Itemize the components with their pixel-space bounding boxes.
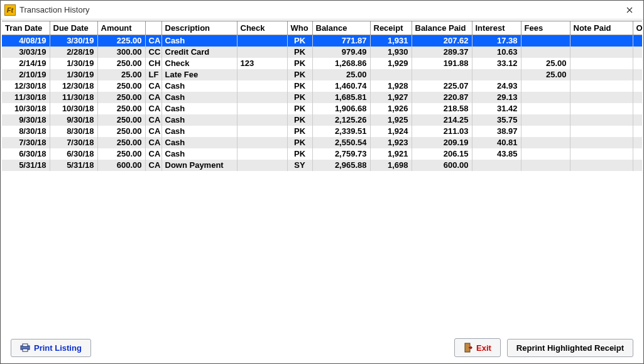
cell-bal_paid: 211.03 (412, 126, 472, 137)
cell-tran_date: 11/30/18 (2, 92, 50, 103)
cell-who: PK (287, 58, 312, 69)
col-header-type[interactable] (145, 21, 161, 35)
cell-bal_paid: 600.00 (412, 160, 472, 171)
table-row[interactable]: 6/30/186/30/18250.00CACashPK2,759.731,92… (2, 148, 642, 160)
cell-type: CC (145, 47, 161, 58)
cell-bal_paid: 207.62 (412, 35, 472, 47)
col-header-due_date[interactable]: Due Date (50, 21, 97, 35)
cell-due_date: 7/30/18 (50, 137, 97, 148)
cell-who: SY (287, 160, 312, 171)
cell-receipt (370, 69, 412, 80)
cell-interest: 31.42 (472, 103, 521, 114)
cell-balance: 2,550.54 (312, 137, 370, 148)
table-row[interactable]: 4/08/193/30/19225.00CACashPK771.871,9312… (2, 35, 642, 47)
cell-interest: 29.13 (472, 92, 521, 103)
cell-amount: 250.00 (97, 114, 145, 126)
cell-bal_paid: 209.19 (412, 137, 472, 148)
cell-type: CA (145, 137, 161, 148)
table-row[interactable]: 9/30/189/30/18250.00CACashPK2,125.261,92… (2, 114, 642, 126)
cell-fees (521, 92, 570, 103)
col-header-ot[interactable]: Ot (633, 21, 642, 35)
cell-note_paid (570, 35, 633, 47)
cell-desc: Cash (161, 126, 237, 137)
cell-ot (633, 80, 642, 92)
transaction-table[interactable]: Tran DateDue DateAmountDescriptionCheckW… (2, 21, 642, 171)
cell-note_paid (570, 69, 633, 80)
col-header-note_paid[interactable]: Note Paid (570, 21, 633, 35)
cell-interest: 40.81 (472, 137, 521, 148)
col-header-balance[interactable]: Balance (312, 21, 370, 35)
cell-type: CA (145, 92, 161, 103)
col-header-amount[interactable]: Amount (97, 21, 145, 35)
cell-bal_paid: 220.87 (412, 92, 472, 103)
cell-tran_date: 2/14/19 (2, 58, 50, 69)
grid-scroll[interactable]: Tran DateDue DateAmountDescriptionCheckW… (2, 21, 642, 334)
cell-bal_paid: 206.15 (412, 148, 472, 160)
cell-bal_paid (412, 69, 472, 80)
cell-amount: 250.00 (97, 80, 145, 92)
col-header-desc[interactable]: Description (161, 21, 237, 35)
cell-receipt: 1,924 (370, 126, 412, 137)
cell-fees (521, 80, 570, 92)
table-row[interactable]: 8/30/188/30/18250.00CACashPK2,339.511,92… (2, 126, 642, 137)
col-header-fees[interactable]: Fees (521, 21, 570, 35)
cell-desc: Cash (161, 103, 237, 114)
table-row[interactable]: 7/30/187/30/18250.00CACashPK2,550.541,92… (2, 137, 642, 148)
table-row[interactable]: 11/30/1811/30/18250.00CACashPK1,685.811,… (2, 92, 642, 103)
cell-tran_date: 8/30/18 (2, 126, 50, 137)
col-header-bal_paid[interactable]: Balance Paid (412, 21, 472, 35)
reprint-receipt-button[interactable]: Reprint Highlighted Receipt (507, 339, 633, 357)
cell-due_date: 8/30/18 (50, 126, 97, 137)
cell-bal_paid: 218.58 (412, 103, 472, 114)
cell-type: CA (145, 103, 161, 114)
cell-check (237, 126, 287, 137)
grid-area: Tran DateDue DateAmountDescriptionCheckW… (2, 21, 642, 334)
cell-ot (633, 103, 642, 114)
cell-note_paid (570, 160, 633, 171)
col-header-tran_date[interactable]: Tran Date (2, 21, 50, 35)
cell-type: CA (145, 114, 161, 126)
col-header-who[interactable]: Who (287, 21, 312, 35)
close-button[interactable] (616, 1, 643, 19)
table-row[interactable]: 12/30/1812/30/18250.00CACashPK1,460.741,… (2, 80, 642, 92)
cell-fees (521, 148, 570, 160)
cell-who: PK (287, 114, 312, 126)
cell-who: PK (287, 126, 312, 137)
cell-interest (472, 160, 521, 171)
cell-balance: 1,906.68 (312, 103, 370, 114)
table-row[interactable]: 10/30/1810/30/18250.00CACashPK1,906.681,… (2, 103, 642, 114)
cell-desc: Cash (161, 137, 237, 148)
cell-ot (633, 69, 642, 80)
cell-interest: 43.85 (472, 148, 521, 160)
col-header-check[interactable]: Check (237, 21, 287, 35)
col-header-receipt[interactable]: Receipt (370, 21, 412, 35)
table-row[interactable]: 3/03/192/28/19300.00CCCredit CardPK979.4… (2, 47, 642, 58)
cell-amount: 225.00 (97, 35, 145, 47)
cell-type: CA (145, 126, 161, 137)
cell-bal_paid: 214.25 (412, 114, 472, 126)
print-listing-button[interactable]: Print Listing (11, 339, 91, 357)
cell-type: CH (145, 58, 161, 69)
cell-type: CA (145, 80, 161, 92)
cell-tran_date: 2/10/19 (2, 69, 50, 80)
exit-button[interactable]: Exit (454, 338, 501, 357)
cell-desc: Cash (161, 114, 237, 126)
cell-balance: 1,268.86 (312, 58, 370, 69)
cell-receipt: 1,698 (370, 160, 412, 171)
cell-tran_date: 3/03/19 (2, 47, 50, 58)
cell-tran_date: 5/31/18 (2, 160, 50, 171)
cell-check (237, 69, 287, 80)
header-row[interactable]: Tran DateDue DateAmountDescriptionCheckW… (2, 21, 642, 35)
table-row[interactable]: 5/31/185/31/18600.00CADown PaymentSY2,96… (2, 160, 642, 171)
cell-who: PK (287, 80, 312, 92)
cell-receipt: 1,929 (370, 58, 412, 69)
col-header-interest[interactable]: Interest (472, 21, 521, 35)
cell-note_paid (570, 148, 633, 160)
cell-due_date: 2/28/19 (50, 47, 97, 58)
cell-receipt: 1,928 (370, 80, 412, 92)
table-row[interactable]: 2/10/191/30/1925.00LFLate FeePK25.0025.0… (2, 69, 642, 80)
table-row[interactable]: 2/14/191/30/19250.00CHCheck123PK1,268.86… (2, 58, 642, 69)
cell-fees (521, 103, 570, 114)
cell-fees (521, 114, 570, 126)
cell-desc: Credit Card (161, 47, 237, 58)
